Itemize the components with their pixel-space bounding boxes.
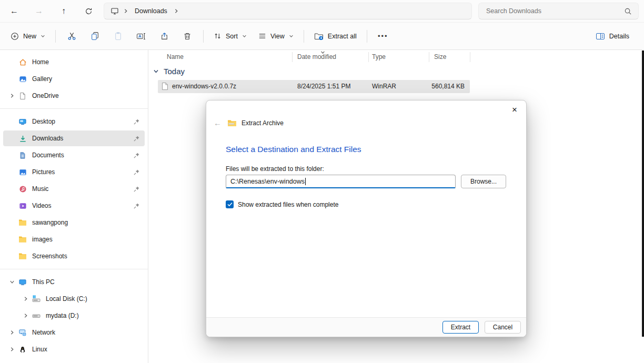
home-icon [18,58,27,66]
view-button[interactable]: View [253,28,299,44]
onedrive-icon [18,92,27,100]
browse-button[interactable]: Browse... [461,175,506,188]
search-icon[interactable] [624,7,632,15]
view-icon [258,32,266,40]
destination-path-value: C:\Renesas\env-windows [230,178,305,185]
column-divider[interactable] [368,52,369,62]
breadcrumb-location[interactable]: Downloads [133,6,169,16]
sidebar-item-gallery[interactable]: Gallery [3,71,145,87]
chevron-right-icon[interactable] [6,347,18,352]
pin-icon [132,169,140,176]
paste-button[interactable] [107,27,129,46]
sidebar-item-screenshots[interactable]: Screenshots [3,248,145,264]
sidebar-item-network[interactable]: Network [3,325,145,340]
chevron-right-icon[interactable] [20,313,32,318]
show-files-checkbox-label: Show extracted files when complete [238,201,338,208]
chevron-down-icon[interactable] [6,279,18,285]
destination-path-input[interactable]: C:\Renesas\env-windows [226,175,456,188]
chevron-right-icon[interactable] [6,93,18,98]
sidebar-item-images[interactable]: images [3,231,145,247]
show-files-checkbox-row[interactable]: Show extracted files when complete [226,200,338,208]
paste-icon [114,32,123,41]
close-icon[interactable]: × [507,103,522,117]
details-button[interactable]: Details [590,28,635,44]
toolbar-divider [304,30,304,43]
downloads-icon [18,134,27,143]
sidebar-item-this-pc[interactable]: This PC [3,274,145,290]
chevron-right-icon[interactable] [20,296,32,301]
copy-icon [90,32,99,41]
sidebar-item-local-disk-c[interactable]: Local Disk (C:) [17,291,145,307]
this-pc-icon [110,7,119,15]
sidebar-item-documents[interactable]: Documents [3,147,145,163]
file-type: WinRAR [372,83,396,90]
chevron-right-icon [123,8,128,14]
desktop-icon [18,117,27,126]
extract-all-button[interactable]: Extract all [309,28,362,45]
more-options-button[interactable]: ••• [372,27,394,46]
column-header-name[interactable]: Name [167,53,184,60]
forward-button[interactable]: → [30,3,48,19]
command-bar: New Sort View [0,23,644,50]
column-divider[interactable] [429,52,429,62]
sidebar-item-home[interactable]: Home [3,54,145,70]
sidebar-item-linux[interactable]: Linux [3,341,145,357]
share-button[interactable] [153,27,175,46]
drive-icon [32,311,41,320]
address-bar[interactable]: Downloads [104,3,472,19]
chevron-right-icon[interactable] [174,8,179,14]
search-box [478,3,639,19]
column-header-date-modified[interactable]: Date modified [297,53,336,60]
nav-buttons: ← → ↑ [0,3,104,19]
sidebar-item-music[interactable]: Music [3,181,145,197]
file-row[interactable]: env-windows-v2.0.0.7z 8/24/2025 1:51 PM … [158,80,470,93]
sort-icon [214,32,222,40]
search-input[interactable] [485,7,624,15]
refresh-button[interactable] [79,3,97,19]
sidebar-item-sawangpong[interactable]: sawangpong [3,215,145,230]
share-icon [160,32,169,41]
sidebar-item-pictures[interactable]: Pictures [3,164,145,180]
documents-icon [18,151,27,159]
sort-button-label: Sort [226,33,238,40]
extract-all-icon [314,32,324,41]
navigation-bar: ← → ↑ Downloads [0,0,644,23]
column-header-size[interactable]: Size [434,53,446,60]
dialog-footer: Extract Cancel [206,317,526,337]
chevron-down-icon[interactable] [153,68,159,74]
file-date-modified: 8/24/2025 1:51 PM [297,83,350,90]
sidebar-item-downloads[interactable]: Downloads [3,130,145,146]
toolbar-divider [367,30,367,43]
sidebar-item-onedrive[interactable]: OneDrive [3,88,145,104]
up-button[interactable]: ↑ [55,3,73,19]
rename-button[interactable] [130,27,152,46]
sidebar-item-desktop[interactable]: Desktop [3,114,145,129]
chevron-down-icon [242,34,247,38]
column-divider[interactable] [470,52,470,62]
checkbox-checked-icon[interactable] [226,200,234,208]
dialog-header: ← Extract Archive [213,118,284,127]
chevron-down-icon [289,34,294,38]
group-header-today[interactable]: Today [153,67,185,76]
toolbar-divider [55,30,56,43]
delete-button[interactable] [176,27,198,46]
chevron-right-icon[interactable] [6,330,18,335]
cut-button[interactable] [61,27,83,46]
column-divider[interactable] [292,52,293,62]
copy-button[interactable] [84,27,106,46]
column-header-type[interactable]: Type [372,53,386,60]
back-button[interactable]: ← [5,3,23,19]
toolbar-divider [203,30,204,43]
sidebar-item-mydata-d[interactable]: mydata (D:) [17,308,145,324]
sort-button[interactable]: Sort [208,28,252,44]
folder-icon [18,218,27,227]
pin-icon [132,135,140,142]
cancel-button[interactable]: Cancel [485,321,521,334]
sidebar-item-videos[interactable]: Videos [3,198,145,214]
more-icon: ••• [378,32,388,40]
new-button[interactable]: New [5,28,51,45]
back-arrow-icon[interactable]: ← [213,118,223,127]
this-pc-icon [18,278,27,286]
extract-button[interactable]: Extract [442,321,479,334]
gallery-icon [18,75,27,83]
